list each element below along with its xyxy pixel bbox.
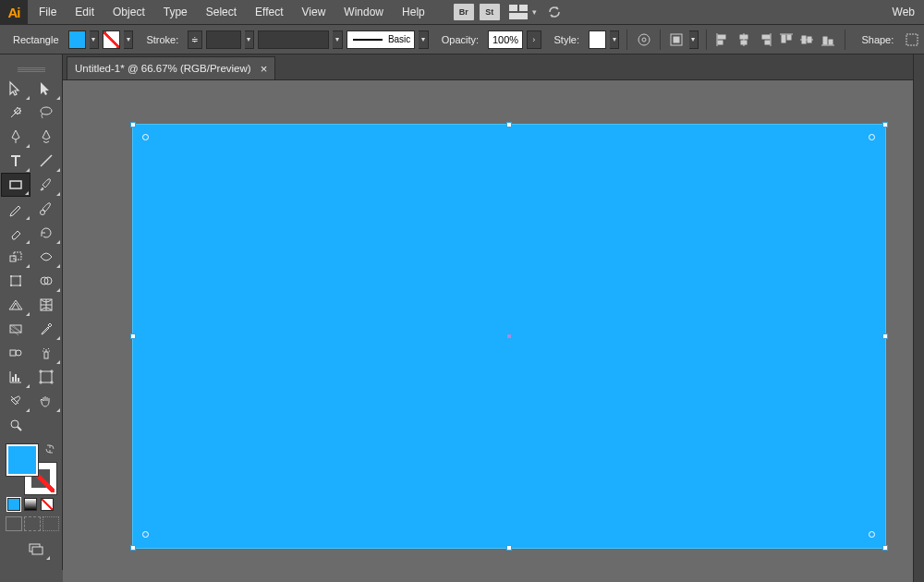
brush-definition[interactable]: Basic (346, 30, 416, 49)
column-graph-tool[interactable] (1, 365, 30, 389)
shape-properties-icon[interactable] (903, 30, 920, 50)
align-right-icon[interactable] (757, 30, 774, 50)
fill-swatch[interactable] (68, 30, 86, 49)
swap-fill-stroke-icon[interactable] (45, 444, 55, 454)
tools-panel-grip[interactable] (0, 64, 63, 71)
brush-dropdown[interactable]: ▾ (419, 30, 428, 49)
type-tool[interactable] (1, 149, 30, 173)
draw-normal-icon[interactable] (6, 516, 22, 531)
menu-edit[interactable]: Edit (66, 0, 103, 25)
graphic-style-dropdown[interactable]: ▾ (610, 30, 619, 49)
align-top-icon[interactable] (777, 30, 795, 50)
stroke-label[interactable]: Stroke: (137, 34, 184, 45)
stroke-swatch[interactable] (103, 30, 120, 49)
align-to-icon[interactable] (668, 30, 686, 50)
menu-effect[interactable]: Effect (246, 0, 292, 25)
graphic-style-swatch[interactable] (589, 30, 606, 49)
blend-tool[interactable] (1, 341, 30, 365)
eyedropper-tool[interactable] (32, 317, 62, 341)
selection-handle-mr[interactable] (882, 333, 888, 339)
selection-handle-ml[interactable] (130, 333, 136, 339)
selection-handle-br[interactable] (882, 545, 888, 551)
shape-builder-tool[interactable] (32, 269, 62, 293)
scale-tool[interactable] (1, 245, 30, 269)
workspace-switcher[interactable]: Web (893, 6, 924, 18)
document-tab[interactable]: Untitled-1* @ 66.67% (RGB/Preview) × (67, 56, 275, 79)
canvas[interactable] (63, 80, 924, 582)
paintbrush-tool[interactable] (32, 173, 61, 197)
stroke-weight-dropdown[interactable]: ▾ (245, 30, 254, 49)
variable-stroke-profile-dropdown[interactable]: ▾ (333, 30, 342, 49)
menu-select[interactable]: Select (197, 0, 246, 25)
rectangle-tool[interactable] (1, 173, 30, 197)
slice-tool[interactable] (1, 389, 30, 413)
pencil-tool[interactable] (1, 197, 30, 221)
arrange-documents-icon[interactable] (508, 4, 530, 20)
zoom-tool[interactable] (1, 413, 30, 437)
line-segment-tool[interactable] (32, 149, 62, 173)
fill-color-swatch[interactable] (6, 444, 38, 476)
menu-view[interactable]: View (293, 0, 335, 25)
align-bottom-icon[interactable] (820, 30, 837, 50)
align-left-icon[interactable] (714, 30, 732, 50)
document-tab-close[interactable]: × (261, 62, 268, 76)
menu-help[interactable]: Help (393, 0, 434, 25)
free-transform-tool[interactable] (1, 269, 30, 293)
gradient-tool[interactable] (1, 317, 30, 341)
mesh-tool[interactable] (32, 293, 62, 317)
bridge-button[interactable]: Br (454, 4, 474, 20)
pen-tool[interactable] (1, 125, 30, 149)
stroke-weight-input[interactable] (206, 30, 241, 49)
opacity-flyout[interactable]: › (527, 30, 541, 49)
rotate-tool[interactable] (32, 221, 62, 245)
selection-center-point[interactable] (507, 334, 511, 338)
draw-inside-icon[interactable] (43, 516, 59, 531)
app-logo[interactable]: Ai (0, 0, 28, 25)
menu-file[interactable]: File (30, 0, 66, 25)
align-hcenter-icon[interactable] (736, 30, 753, 50)
symbol-sprayer-tool[interactable] (32, 341, 62, 365)
selection-handle-bl[interactable] (130, 545, 136, 551)
draw-behind-icon[interactable] (24, 516, 41, 531)
align-vcenter-icon[interactable] (798, 30, 816, 50)
color-mode-none[interactable] (41, 498, 54, 511)
menu-type[interactable]: Type (154, 0, 197, 25)
variable-stroke-profile[interactable] (258, 30, 329, 49)
perspective-grid-tool[interactable] (1, 293, 30, 317)
magic-wand-tool[interactable] (1, 101, 30, 125)
corner-widget-tl[interactable] (142, 134, 149, 140)
selection-handle-tl[interactable] (130, 122, 136, 127)
menu-object[interactable]: Object (103, 0, 154, 25)
recolor-artwork-icon[interactable] (635, 30, 652, 50)
stock-button[interactable]: St (480, 4, 500, 20)
opacity-label[interactable]: Opacity: (432, 34, 484, 45)
selection-handle-tm[interactable] (506, 122, 512, 127)
corner-widget-bl[interactable] (142, 531, 149, 538)
fill-dropdown[interactable]: ▾ (90, 30, 99, 49)
color-mode-gradient[interactable] (24, 498, 37, 511)
style-label[interactable]: Style: (545, 34, 586, 45)
stroke-weight-stepper[interactable]: ≑ (188, 30, 202, 49)
screen-mode-icon[interactable] (21, 537, 51, 561)
corner-widget-tr[interactable] (869, 134, 875, 140)
selection-handle-tr[interactable] (882, 122, 888, 127)
color-mode-solid[interactable] (7, 498, 20, 511)
align-to-dropdown[interactable]: ▾ (689, 30, 699, 49)
hand-tool[interactable] (32, 389, 62, 413)
artboard-tool[interactable] (32, 365, 62, 389)
selection-handle-bm[interactable] (506, 545, 512, 551)
corner-widget-br[interactable] (869, 531, 875, 538)
arrange-documents-caret[interactable]: ▾ (532, 7, 537, 17)
menu-window[interactable]: Window (334, 0, 393, 25)
blob-brush-tool[interactable] (32, 197, 62, 221)
curvature-tool[interactable] (32, 125, 62, 149)
shape-label[interactable]: Shape: (852, 34, 899, 45)
width-tool[interactable] (32, 245, 62, 269)
direct-selection-tool[interactable] (32, 77, 62, 101)
opacity-input[interactable]: 100% (488, 30, 523, 49)
eraser-tool[interactable] (1, 221, 30, 245)
right-panels-collapsed[interactable] (913, 55, 924, 582)
stroke-dropdown[interactable]: ▾ (124, 30, 133, 49)
lasso-tool[interactable] (32, 101, 62, 125)
selection-tool[interactable] (1, 77, 30, 101)
